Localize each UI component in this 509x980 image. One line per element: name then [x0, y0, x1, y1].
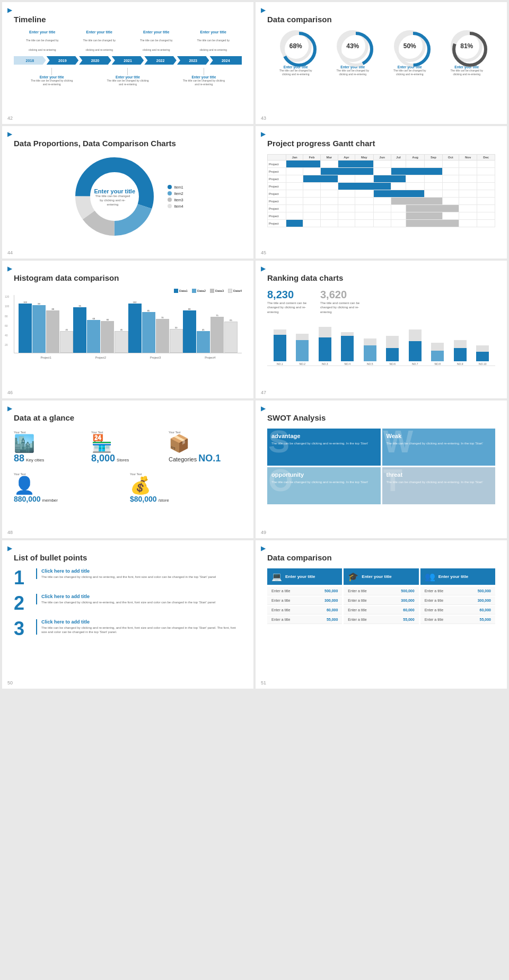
- year-2024[interactable]: 2024: [209, 56, 242, 65]
- timeline-bottom-area: Enter your title The title can be change…: [14, 68, 242, 86]
- slide-44: ▶ Data Proportions, Data Comparison Char…: [2, 126, 253, 259]
- legend-label-4: Item4: [174, 204, 183, 208]
- hist-legend-dot-4: [228, 289, 232, 293]
- legend-item3: Item3: [168, 198, 183, 202]
- comp-row-1-4: Enter a title 55,000: [267, 616, 342, 624]
- y-label-120: 120: [5, 295, 9, 298]
- hist-legend-label-3: Data3: [215, 289, 224, 292]
- ranking-bar-2: NO.2: [292, 318, 313, 366]
- slide-44-icon: ▶: [7, 130, 12, 138]
- slide-50-title: List of bullet points: [14, 553, 242, 562]
- circle-68-desc: The title can be changed by clicking and…: [278, 69, 313, 76]
- year-2023[interactable]: 2023: [177, 56, 209, 65]
- comp-row-3-3: Enter a title 60,000: [420, 606, 495, 614]
- slide-42-num: 42: [7, 115, 13, 121]
- year-2021[interactable]: 2021: [112, 56, 144, 65]
- gantt-may: May: [355, 155, 373, 161]
- swot-weak-desc: The title can be changed by clicking and…: [387, 441, 492, 446]
- swot-threat: T threat The title can be changed by cli…: [382, 467, 496, 504]
- circle-50-desc: The title can be changed by clicking and…: [392, 69, 427, 76]
- gantt-table: Jan Feb Mar Apr May Jun Jul Aug Sep Oct …: [267, 154, 495, 227]
- bullet-content-3: Click here to add title The title can be…: [36, 619, 242, 635]
- circle-68: 68% Enter your title The title can be ch…: [278, 30, 313, 76]
- legend-dot-3: [168, 198, 172, 202]
- comp-row-3-4: Enter a title 55,000: [420, 616, 495, 624]
- gantt-row-4: Project: [268, 183, 495, 190]
- comp-row-1-2: Enter a title 300,000: [267, 596, 342, 605]
- gantt-bar-7a: [406, 205, 459, 212]
- ranking-header: 8,230 The title and content can be chang…: [267, 289, 495, 314]
- bullet-desc-1: The title can be changed by clicking and…: [41, 575, 216, 579]
- comp-row-2-4: Enter a title 55,000: [344, 616, 418, 624]
- gantt-sep: Sep: [425, 155, 443, 161]
- timeline-track: 2018 2019 2020 2021 2022 2023 2024: [14, 56, 242, 65]
- circle-50-pct: 50%: [403, 42, 416, 50]
- hist-legend-label-2: Data2: [197, 289, 206, 292]
- bullet-list: 1 Click here to add title The title can …: [14, 568, 242, 638]
- slide-49-icon: ▶: [261, 405, 266, 412]
- hist-fill-1-4: [60, 331, 73, 353]
- ranking-bar-6: NO.6: [382, 318, 403, 366]
- year-2019[interactable]: 2019: [47, 56, 79, 65]
- bullet-num-3: 3: [14, 619, 30, 638]
- hist-legend-1: Data1: [174, 289, 188, 293]
- comp-row-2-1: Enter a title 500,000: [344, 587, 418, 595]
- gantt-bar-2b: [391, 168, 442, 175]
- glance-icon-5: 💰: [130, 477, 151, 494]
- gantt-jul: Jul: [391, 155, 406, 161]
- legend-label-3: Item3: [174, 198, 183, 202]
- slide-48: ▶ Data at a glance Your Text 🏙️ 88 Key c…: [2, 400, 253, 538]
- circle-68-pct: 68%: [289, 42, 302, 50]
- comp-icon-3: 👥: [425, 572, 435, 582]
- year-2020[interactable]: 2020: [79, 56, 111, 65]
- hist-group-1: 102 99 88 45 Project1: [19, 295, 73, 353]
- hist-legend-2: Data2: [192, 289, 206, 293]
- slide-46-num: 46: [7, 390, 13, 395]
- gantt-bar-9b: [406, 220, 459, 227]
- glance-val-1: 88: [14, 453, 24, 464]
- circle-81-desc: The title can be changed by clicking and…: [450, 69, 484, 76]
- comp-row-1-3: Enter a title 60,000: [267, 606, 342, 614]
- glance-bottom-row: Your Text 👤 880,000 member Your Text 💰 $…: [14, 473, 242, 503]
- timeline-label-2: Enter your title The title can be change…: [81, 30, 118, 53]
- gantt-bar-1a: [286, 161, 321, 168]
- timeline-bottom-2: Enter your title The title can be change…: [107, 68, 149, 86]
- gantt-bar-1b: [338, 161, 373, 168]
- comp-icon-2: 🎓: [348, 572, 358, 582]
- comparison-headers: 💻 Enter your title 🎓 Enter your title 👥 …: [267, 568, 495, 585]
- slide-51-num: 51: [261, 680, 266, 685]
- legend-dot-4: [168, 204, 172, 208]
- hist-fill-1-3: [46, 310, 59, 353]
- hist-group-4: 88 45 75 65 Project4: [183, 295, 238, 353]
- comp-header-1: 💻 Enter your title: [267, 568, 342, 585]
- glance-unit-1: Key cities: [26, 458, 44, 462]
- ranking-num-2: 3,620: [320, 289, 363, 301]
- gantt-mar: Mar: [320, 155, 338, 161]
- circle-43-desc: The title can be changed by clicking and…: [336, 69, 370, 76]
- ranking-desc-1: The title and content can be changed by …: [267, 301, 310, 314]
- glance-item-5: Your Text 💰 $80,000 /store: [130, 473, 242, 503]
- gantt-bar-3a: [303, 175, 338, 183]
- bullet-title-1: Click here to add title: [41, 568, 216, 574]
- ranking-bar-9: NO.9: [450, 318, 471, 366]
- glance-top-row: Your Text 🏙️ 88 Key cities Your Text 🏪 8…: [14, 431, 242, 464]
- ranking-bar-7: NO.7: [405, 318, 426, 366]
- legend-dot-1: [168, 185, 172, 189]
- bullet-title-3: Click here to add title: [41, 619, 242, 625]
- comp-row-1-1: Enter a title 500,000: [267, 587, 342, 595]
- gantt-row-8: Project: [268, 212, 495, 220]
- ranking-bar-5: NO.5: [359, 318, 381, 366]
- slide-43-title: Data comparison: [267, 15, 495, 24]
- gantt-oct: Oct: [442, 155, 459, 161]
- slide-51: ▶ Data comparison 💻 Enter your title 🎓 E…: [256, 540, 507, 689]
- glance-item-2: Your Text 🏪 8,000 Stores: [91, 431, 164, 464]
- hist-legend-label-4: Data4: [233, 289, 242, 292]
- slide-47: ▶ Ranking data charts 8,230 The title an…: [256, 261, 507, 398]
- legend-label-1: Item1: [174, 185, 183, 189]
- swot-opportunity-title: opportunity: [271, 471, 376, 478]
- year-2018[interactable]: 2018: [14, 56, 46, 65]
- year-2022[interactable]: 2022: [144, 56, 177, 65]
- comp-row-2-3: Enter a title 60,000: [344, 606, 418, 614]
- gantt-header-project: [268, 155, 286, 161]
- gantt-row-9: Project: [268, 220, 495, 227]
